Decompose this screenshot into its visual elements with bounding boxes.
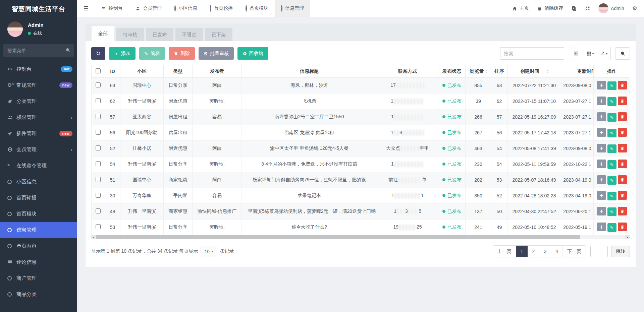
batch-audit-button[interactable]: ⚙ 批量审核 xyxy=(199,47,234,60)
move-button[interactable] xyxy=(597,223,606,231)
user-menu[interactable]: Admin xyxy=(598,3,624,13)
nav-tab-info-manage[interactable]: 信息管理 xyxy=(275,0,310,17)
sidebar-item-home-carousel[interactable]: 首页轮播 xyxy=(0,190,77,206)
move-button[interactable] xyxy=(597,97,606,105)
scrollbar-thumb[interactable] xyxy=(96,235,580,239)
hamburger-icon[interactable]: ☰ xyxy=(77,0,95,17)
edit-row-button[interactable]: ✎ xyxy=(607,223,616,232)
status-tab-3[interactable]: 不通过 xyxy=(175,28,203,41)
language-icon[interactable] xyxy=(571,6,577,11)
export-button[interactable]: ▾ xyxy=(597,47,610,60)
sidebar-item-auth[interactable]: 权限管理‹ xyxy=(0,109,77,125)
sidebar-item-general[interactable]: ⚙⚙常规管理new xyxy=(0,77,77,93)
delete-row-button[interactable] xyxy=(618,223,627,231)
horizontal-scrollbar[interactable]: ◂ ▸ xyxy=(91,235,630,239)
jump-page-input[interactable] xyxy=(590,246,608,257)
page-button-2[interactable]: 2 xyxy=(528,246,539,257)
edit-row-button[interactable]: ✎ xyxy=(607,113,616,122)
nav-tab-member[interactable]: 会员管理 xyxy=(129,0,168,17)
sidebar-item-category[interactable]: 分类管理 xyxy=(0,93,77,109)
col-header-created[interactable]: 创建时间▴▾ xyxy=(507,65,561,78)
move-button[interactable] xyxy=(597,207,606,215)
sidebar-item-online-command[interactable]: >_在线命令管理 xyxy=(0,158,77,174)
next-page-button[interactable]: 下一页 xyxy=(562,246,586,257)
menu-search-input[interactable] xyxy=(3,44,74,57)
recycle-bin-button[interactable]: ♻ 回收站 xyxy=(237,47,268,60)
move-button[interactable] xyxy=(597,191,606,200)
home-link[interactable]: 主页 xyxy=(512,5,529,11)
scroll-right-icon[interactable]: ▸ xyxy=(625,235,630,239)
row-checkbox[interactable] xyxy=(96,130,101,135)
nav-tab-community-info[interactable]: 小区信息 xyxy=(168,0,204,17)
row-checkbox[interactable] xyxy=(96,224,101,229)
sidebar-item-goods-category[interactable]: 商品分类 xyxy=(0,286,77,302)
delete-row-button[interactable] xyxy=(618,160,627,168)
status-tab-1[interactable]: 待审核 xyxy=(116,28,144,41)
move-button[interactable] xyxy=(597,160,606,168)
row-checkbox[interactable] xyxy=(96,98,101,103)
row-checkbox[interactable] xyxy=(96,82,101,87)
sidebar-item-home-module[interactable]: 首页模块 xyxy=(0,206,77,222)
page-button-3[interactable]: 3 xyxy=(539,246,551,257)
user-avatar[interactable] xyxy=(7,21,23,37)
edit-row-button[interactable]: ✎ xyxy=(607,129,616,137)
status-tab-4[interactable]: 已下架 xyxy=(205,28,232,41)
sidebar-item-info-manage[interactable]: 信息管理 xyxy=(0,222,77,238)
sort-icon[interactable]: ▴▾ xyxy=(546,69,548,73)
sidebar-item-single-page[interactable]: 单页内容 xyxy=(0,238,77,254)
page-button-1[interactable]: 1 xyxy=(516,246,528,257)
select-all-checkbox[interactable] xyxy=(96,68,101,73)
edit-row-button[interactable]: ✎ xyxy=(607,176,616,185)
edit-row-button[interactable]: ✎ xyxy=(607,144,616,153)
cogs-icon[interactable]: ⚙ xyxy=(632,5,637,12)
move-button[interactable] xyxy=(597,128,606,137)
move-button[interactable] xyxy=(597,175,606,184)
refresh-button[interactable]: ↻ xyxy=(91,47,105,60)
col-header-views[interactable]: 浏览量▴▾ xyxy=(466,65,491,78)
sidebar-item-merchant[interactable]: 商户管理 xyxy=(0,270,77,286)
scroll-left-icon[interactable]: ◂ xyxy=(91,235,96,239)
row-checkbox[interactable] xyxy=(96,177,101,182)
search-button[interactable] xyxy=(615,47,630,60)
status-tab-2[interactable]: 已发布 xyxy=(146,28,173,41)
row-checkbox[interactable] xyxy=(96,114,101,119)
status-tab-0[interactable]: 全部 xyxy=(92,26,114,41)
nav-tab-home-carousel[interactable]: 首页轮播 xyxy=(204,0,239,17)
delete-row-button[interactable] xyxy=(618,128,627,137)
edit-row-button[interactable]: ✎ xyxy=(607,81,616,90)
row-checkbox[interactable] xyxy=(96,193,101,198)
nav-tab-home-module[interactable]: 首页模块 xyxy=(239,0,275,17)
page-size-select[interactable]: 10 ▴ xyxy=(201,247,217,256)
delete-row-button[interactable] xyxy=(618,175,627,184)
page-button-4[interactable]: 4 xyxy=(551,246,562,257)
edit-row-button[interactable]: ✎ xyxy=(607,160,616,169)
sidebar-item-comments[interactable]: 评论信息 xyxy=(0,254,77,270)
delete-row-button[interactable] xyxy=(618,191,627,200)
row-checkbox[interactable] xyxy=(96,161,101,166)
columns-button[interactable]: ▾ xyxy=(583,47,597,60)
sidebar-item-addon[interactable]: 插件管理new xyxy=(0,125,77,141)
prev-page-button[interactable]: 上一页 xyxy=(493,246,516,257)
move-button[interactable] xyxy=(597,144,606,152)
table-search-input[interactable] xyxy=(500,47,564,60)
row-checkbox[interactable] xyxy=(96,145,101,150)
sidebar-item-community-info[interactable]: 小区信息 xyxy=(0,174,77,190)
edit-row-button[interactable]: ✎ xyxy=(607,97,616,106)
row-checkbox[interactable] xyxy=(96,208,101,213)
delete-row-button[interactable] xyxy=(618,112,627,121)
edit-row-button[interactable]: ✎ xyxy=(607,207,616,216)
nav-tab-dashboard[interactable]: 控制台 xyxy=(95,0,129,17)
sidebar-item-member[interactable]: 会员管理‹ xyxy=(0,141,77,158)
fullscreen-icon[interactable] xyxy=(585,6,590,11)
move-button[interactable] xyxy=(597,112,606,121)
add-button[interactable]: ＋ 添加 xyxy=(109,47,136,60)
delete-row-button[interactable] xyxy=(618,97,627,105)
jump-button[interactable]: 跳转 xyxy=(611,246,630,257)
delete-button[interactable]: 删除 xyxy=(169,47,195,60)
edit-row-button[interactable]: ✎ xyxy=(607,192,616,200)
edit-button[interactable]: ✎ 编辑 xyxy=(139,47,165,60)
sort-icon[interactable]: ▴▾ xyxy=(485,69,487,73)
delete-row-button[interactable] xyxy=(618,81,627,89)
move-button[interactable] xyxy=(597,81,606,89)
delete-row-button[interactable] xyxy=(618,144,627,152)
